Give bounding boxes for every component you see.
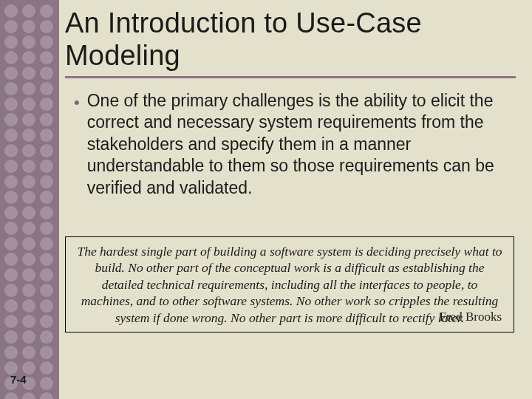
bullet-marker-icon: •	[74, 93, 80, 199]
decorative-dot-icon	[4, 315, 18, 328]
decorative-dot-icon	[40, 206, 53, 219]
decorative-dot-icon	[4, 191, 18, 204]
decorative-dot-icon	[22, 4, 35, 18]
bullet-block: • One of the primary challenges is the a…	[74, 90, 510, 199]
decorative-dot-icon	[40, 330, 53, 344]
bullet-item: • One of the primary challenges is the a…	[74, 90, 510, 199]
decorative-dot-icon	[22, 299, 35, 313]
decorative-dot-icon	[4, 392, 18, 399]
decorative-dot-icon	[4, 222, 18, 235]
decorative-dot-icon	[4, 175, 18, 188]
decorative-dot-icon	[22, 129, 35, 142]
decorative-dot-icon	[40, 299, 53, 313]
decorative-dot-icon	[22, 113, 35, 126]
decorative-dot-icon	[4, 66, 18, 80]
decorative-dot-icon	[4, 98, 18, 111]
decorative-dot-icon	[40, 51, 53, 64]
decorative-dot-icon	[40, 20, 53, 33]
decorative-dot-icon	[22, 315, 35, 328]
decorative-dot-icon	[40, 268, 53, 282]
decorative-dot-icon	[22, 237, 35, 250]
page-number: 7-4	[10, 373, 27, 386]
decorative-dot-icon	[40, 113, 53, 126]
decorative-dot-icon	[4, 35, 18, 49]
decorative-dot-icon	[22, 82, 35, 95]
decorative-dot-icon	[40, 346, 53, 359]
decorative-dot-icon	[22, 160, 35, 173]
decorative-dot-icon	[40, 82, 53, 95]
decorative-dot-icon	[22, 191, 35, 204]
decorative-dot-icon	[40, 35, 53, 49]
decorative-dot-icon	[22, 206, 35, 219]
decorative-dot-icon	[40, 66, 53, 80]
decorative-dot-icon	[22, 51, 35, 64]
decorative-dot-icon	[4, 129, 18, 142]
decorative-dot-icon	[4, 82, 18, 95]
decorative-dot-icon	[4, 160, 18, 173]
slide-title-wrap: An Introduction to Use-Case Modeling	[65, 7, 508, 72]
decorative-dot-icon	[22, 144, 35, 157]
quote-text: The hardest single part of building a so…	[75, 243, 505, 326]
decorative-dot-icon	[22, 330, 35, 344]
decorative-dot-icon	[22, 20, 35, 33]
decorative-dot-icon	[4, 299, 18, 313]
decorative-dot-icon	[4, 284, 18, 297]
decorative-dot-icon	[22, 284, 35, 297]
decorative-dot-icon	[40, 98, 53, 111]
decorative-dot-icon	[4, 113, 18, 126]
decorative-dot-icon	[4, 268, 18, 282]
decorative-dot-icon	[4, 253, 18, 266]
quote-box: The hardest single part of building a so…	[65, 236, 514, 332]
decorative-dot-icon	[40, 237, 53, 250]
slide-title: An Introduction to Use-Case Modeling	[65, 7, 508, 72]
decorative-dot-icon	[4, 4, 18, 18]
decorative-dot-icon	[4, 330, 18, 344]
decorative-dot-icon	[22, 35, 35, 49]
decorative-dot-icon	[40, 160, 53, 173]
decorative-dot-icon	[40, 129, 53, 142]
decorative-dot-icon	[22, 66, 35, 80]
decorative-dot-icon	[22, 392, 35, 399]
decorative-dot-icon	[22, 222, 35, 235]
decorative-dot-icon	[4, 20, 18, 33]
decorative-dot-icon	[4, 51, 18, 64]
decorative-dot-icon	[40, 4, 53, 18]
decorative-dot-icon	[40, 144, 53, 157]
decorative-dot-icon	[40, 253, 53, 266]
decorative-dot-icon	[40, 315, 53, 328]
bullet-text: One of the primary challenges is the abi…	[87, 90, 510, 199]
decorative-dot-icon	[22, 98, 35, 111]
decorative-dot-icon	[22, 175, 35, 188]
decorative-dot-icon	[40, 392, 53, 399]
decorative-dot-icon	[40, 175, 53, 188]
decorative-dot-icon	[40, 222, 53, 235]
decorative-dot-icon	[4, 346, 18, 359]
decorative-dot-icon	[40, 284, 53, 297]
decorative-dot-icon	[22, 346, 35, 359]
decorative-dot-icon	[4, 206, 18, 219]
title-underline	[65, 76, 516, 78]
decorative-dot-icon	[4, 144, 18, 157]
decorative-dot-icon	[40, 191, 53, 204]
decorative-dot-icon	[22, 253, 35, 266]
decorative-dot-icon	[22, 268, 35, 282]
decorative-dot-icon	[40, 361, 53, 375]
decorative-dot-icon	[40, 377, 53, 390]
decorative-dot-icon	[4, 237, 18, 250]
decorative-sidebar	[0, 0, 59, 399]
